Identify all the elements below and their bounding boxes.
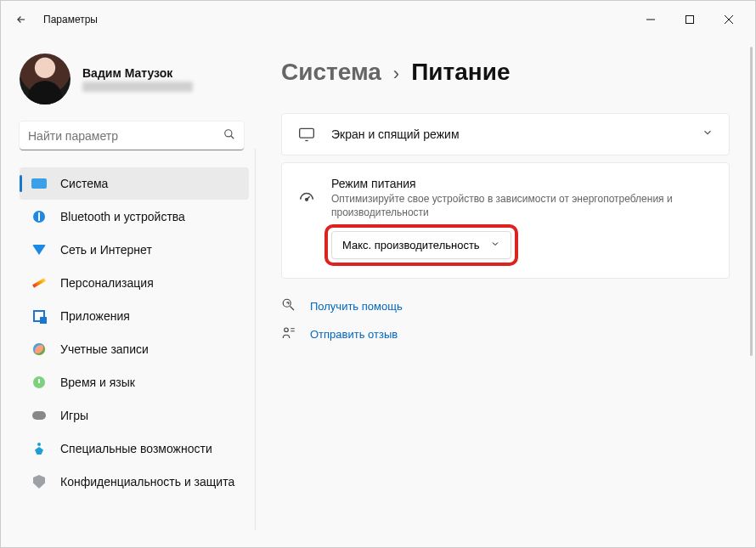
page-title: Питание <box>411 59 510 86</box>
shield-icon <box>31 474 47 489</box>
sidebar-item-label: Учетные записи <box>60 342 149 356</box>
sidebar-item-label: Игры <box>60 409 88 422</box>
svg-point-4 <box>225 130 232 137</box>
sidebar-item-network[interactable]: Сеть и Интернет <box>20 234 249 266</box>
sidebar-item-apps[interactable]: Приложения <box>20 300 249 332</box>
accounts-icon <box>31 342 47 357</box>
search-input[interactable] <box>20 121 244 150</box>
scrollbar[interactable] <box>750 47 753 489</box>
sidebar-item-time[interactable]: Время и язык <box>20 366 249 398</box>
sidebar-item-label: Приложения <box>60 309 130 323</box>
sidebar-item-gaming[interactable]: Игры <box>20 399 249 432</box>
wifi-icon <box>31 242 47 257</box>
sidebar-item-bluetooth[interactable]: Bluetooth и устройства <box>20 201 249 233</box>
screen-icon <box>297 126 316 143</box>
send-feedback-link[interactable]: Отправить отзыв <box>310 328 398 341</box>
chevron-down-icon <box>490 239 500 251</box>
clock-icon <box>31 375 47 390</box>
user-profile[interactable]: Вадим Матузок <box>20 54 249 105</box>
user-email <box>82 82 193 92</box>
feedback-link-row: Отправить отзыв <box>281 325 730 343</box>
svg-line-5 <box>231 136 234 139</box>
feedback-icon <box>281 325 298 343</box>
power-mode-selected: Макс. производительность <box>342 239 480 251</box>
sidebar-item-label: Bluetooth и устройства <box>60 210 185 223</box>
screen-sleep-title: Экран и спящий режим <box>331 127 460 141</box>
sidebar-item-label: Персонализация <box>60 276 154 290</box>
user-name: Вадим Матузок <box>82 66 193 80</box>
avatar <box>20 54 71 105</box>
chevron-right-icon: › <box>393 63 399 85</box>
svg-point-10 <box>285 328 289 332</box>
sidebar-item-label: Время и язык <box>60 376 135 389</box>
power-mode-subtitle: Оптимизируйте свое устройство в зависимо… <box>331 192 714 219</box>
svg-rect-1 <box>686 16 694 24</box>
minimize-button[interactable] <box>631 6 670 33</box>
get-help-link[interactable]: Получить помощь <box>310 300 403 313</box>
sidebar-item-personalization[interactable]: Персонализация <box>20 267 249 299</box>
system-icon <box>31 176 47 191</box>
search-box[interactable] <box>20 121 244 150</box>
close-button[interactable] <box>709 6 748 33</box>
power-mode-dropdown[interactable]: Макс. производительность <box>331 231 511 259</box>
sidebar-item-label: Сеть и Интернет <box>60 243 152 257</box>
sidebar-item-privacy[interactable]: Конфиденциальность и защита <box>20 466 249 498</box>
brush-icon <box>31 275 47 291</box>
sidebar-item-label: Конфиденциальность и защита <box>60 475 234 489</box>
power-mode-title: Режим питания <box>331 177 714 190</box>
search-icon <box>223 128 235 144</box>
gauge-icon <box>297 189 316 211</box>
chevron-down-icon <box>702 127 714 142</box>
maximize-button[interactable] <box>670 6 709 33</box>
gamepad-icon <box>31 408 47 423</box>
screen-sleep-card[interactable]: Экран и спящий режим <box>281 113 730 155</box>
sidebar-item-accounts[interactable]: Учетные записи <box>20 333 249 365</box>
breadcrumb: Система › Питание <box>281 59 730 86</box>
help-link-row: Получить помощь <box>281 297 730 315</box>
help-icon <box>281 297 298 315</box>
apps-icon <box>31 308 47 324</box>
bluetooth-icon <box>31 209 47 224</box>
sidebar-item-label: Система <box>60 177 108 190</box>
power-mode-card: Режим питания Оптимизируйте свое устройс… <box>281 162 730 279</box>
sidebar-item-accessibility[interactable]: Специальные возможности <box>20 432 249 465</box>
accessibility-icon <box>31 441 47 456</box>
sidebar-item-system[interactable]: Система <box>20 167 249 200</box>
svg-rect-6 <box>300 128 314 138</box>
sidebar-item-label: Специальные возможности <box>60 442 212 455</box>
window-title: Параметры <box>43 14 98 25</box>
breadcrumb-parent[interactable]: Система <box>281 59 381 86</box>
back-button[interactable] <box>8 6 35 33</box>
